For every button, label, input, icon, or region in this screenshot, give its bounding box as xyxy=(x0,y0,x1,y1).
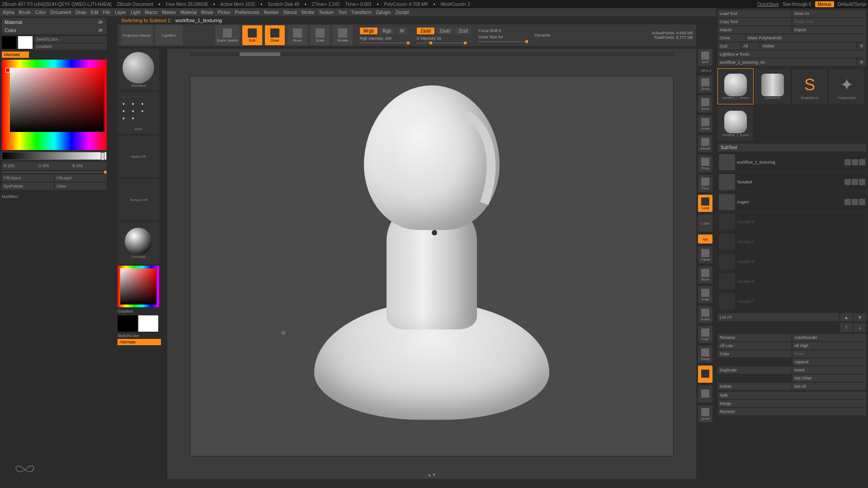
subtool-row-empty[interactable]: Unused 3 xyxy=(718,212,866,232)
nav-rotate-button[interactable]: Rotate xyxy=(698,306,712,323)
draw-size-slider[interactable] xyxy=(478,41,528,42)
bpr-button[interactable]: BPR xyxy=(698,49,712,66)
menu-movie[interactable]: Movie xyxy=(201,10,213,15)
remesh-header[interactable]: Remesh xyxy=(718,408,866,415)
nav-move-button[interactable]: Move xyxy=(698,266,712,283)
lightbox-tools-button[interactable]: Lightbox ▸ Tools xyxy=(718,51,866,58)
edit-button[interactable]: Edit xyxy=(242,25,262,45)
b-value[interactable]: B 255 xyxy=(72,164,105,168)
polyf-button[interactable]: PolyF xyxy=(698,326,712,343)
zsub-chip[interactable]: Zsub xyxy=(436,28,453,34)
eye-icon[interactable] xyxy=(859,179,865,185)
document-scrollbar[interactable] xyxy=(190,52,674,56)
floor-button[interactable]: Floor xyxy=(698,175,712,192)
menu-draw[interactable]: Draw xyxy=(75,10,86,15)
menu-render[interactable]: Render xyxy=(264,10,279,15)
quick-sketch-button[interactable]: Quick Sketch xyxy=(215,25,240,45)
move-button[interactable]: Move xyxy=(288,25,307,45)
menu-file[interactable]: File xyxy=(103,10,110,15)
del-all-button[interactable]: Del All xyxy=(793,383,866,390)
brush-icon[interactable] xyxy=(852,179,858,185)
goz-visible-button[interactable]: Visible xyxy=(760,42,856,50)
tool-thumb-cylinder[interactable]: Cylinder3D xyxy=(755,69,790,104)
nudge-up-button[interactable]: ⤒ xyxy=(840,323,853,332)
menus-button[interactable]: Menus xyxy=(815,1,834,7)
alternate-button-2[interactable]: Alternate xyxy=(118,339,161,345)
tool-thumb-polymesh[interactable]: ✦PolyMesh3D xyxy=(829,69,864,104)
r-toggle[interactable]: R xyxy=(857,59,866,66)
dynamic-label[interactable]: Dynamic xyxy=(534,33,550,38)
xpose-button[interactable]: Xpose xyxy=(698,405,712,422)
lightbox-button[interactable]: LightBox xyxy=(156,25,183,45)
eye-icon[interactable] xyxy=(844,199,851,205)
goz-button[interactable]: GoZ xyxy=(718,42,741,50)
rename-button[interactable]: Rename xyxy=(718,334,792,341)
copy-button[interactable]: Copy xyxy=(718,350,792,357)
xyz-button[interactable]: Xyz xyxy=(698,235,712,244)
menu-edit[interactable]: Edit xyxy=(91,10,99,15)
tool-thumb-simplebrush[interactable]: SSimpleBrush xyxy=(792,69,827,104)
g-value[interactable]: G 255 xyxy=(38,164,71,168)
material-slot[interactable]: Chrome2 xyxy=(118,222,159,264)
menu-macro[interactable]: Macro xyxy=(145,10,158,15)
menu-transform[interactable]: Transform xyxy=(351,10,371,15)
main-color-swatch[interactable] xyxy=(2,36,16,49)
m-chip[interactable]: M xyxy=(396,28,407,34)
eye-icon[interactable] xyxy=(844,179,851,185)
menu-material[interactable]: Material xyxy=(181,10,197,15)
sys-palette-button[interactable]: SysPalette xyxy=(2,183,54,190)
tool-thumb-workflow[interactable]: workflow_1_texturi xyxy=(718,106,753,141)
rgb-chip[interactable]: Rgb xyxy=(379,28,395,34)
rgb-intensity-slider[interactable] xyxy=(360,42,410,43)
z-intensity-slider[interactable] xyxy=(417,42,467,43)
projection-master-button[interactable]: Projection Master xyxy=(121,25,153,45)
tool-thumb-current[interactable]: workflow_1_texturi xyxy=(718,69,753,104)
lsym-button[interactable]: L.Sym xyxy=(698,215,712,232)
menu-stencil[interactable]: Stencil xyxy=(283,10,297,15)
paste-tool-button[interactable]: Paste Tool xyxy=(793,18,866,25)
draw-size-label[interactable]: Draw Size 64 xyxy=(478,35,528,39)
fill-object-button[interactable]: FillObject xyxy=(2,174,54,182)
subtool-header[interactable]: SubTool xyxy=(718,144,866,151)
material-header[interactable]: Material⟳ xyxy=(2,18,107,26)
load-tool-button[interactable]: Load Tool xyxy=(718,10,792,17)
menu-light[interactable]: Light xyxy=(131,10,141,15)
transp-button[interactable]: Transp xyxy=(698,346,712,363)
all-high-button[interactable]: All High xyxy=(793,342,866,349)
alpha-slot[interactable]: Alpha Off xyxy=(118,136,159,177)
subtool-row-empty[interactable]: Unused 7 xyxy=(718,291,866,311)
r-value[interactable]: R 255 xyxy=(4,164,36,168)
draw-button[interactable]: Draw xyxy=(265,25,285,45)
seethrough-slider[interactable]: See-through 0 xyxy=(783,2,811,7)
move-up-button[interactable]: ▲ xyxy=(840,313,853,321)
default-script[interactable]: DefaultZScript xyxy=(838,2,866,7)
list-all-button[interactable]: List All xyxy=(718,313,839,321)
brush-icon[interactable] xyxy=(852,199,858,205)
subtool-row-empty[interactable]: Unused 6 xyxy=(718,272,866,291)
hue-marker[interactable] xyxy=(5,68,10,72)
move-down-button[interactable]: ▼ xyxy=(854,313,866,321)
nudge-down-button[interactable]: ⤓ xyxy=(854,323,866,332)
alternate-button[interactable]: Alternate xyxy=(2,52,29,58)
nav-scale-button[interactable]: Scale xyxy=(698,286,712,303)
duplicate-button[interactable]: Duplicate xyxy=(718,366,792,374)
refresh-icon[interactable]: ⟳ xyxy=(99,19,104,25)
scroll-button[interactable]: Scroll xyxy=(698,75,712,93)
value-slider[interactable] xyxy=(2,152,107,160)
menu-brush[interactable]: Brush xyxy=(19,10,31,15)
insert-button[interactable]: Insert xyxy=(793,366,866,374)
copy-tool-button[interactable]: Copy Tool xyxy=(718,18,792,25)
del-other-button[interactable]: Del Other xyxy=(793,375,866,382)
subtool-row[interactable]: workflow_1_texturing xyxy=(718,152,866,172)
mrgb-chip[interactable]: Mrgb xyxy=(360,28,377,34)
goz-r-button[interactable]: R xyxy=(857,42,866,50)
zcut-chip[interactable]: Zcut xyxy=(455,28,471,34)
quicksave-button[interactable]: QuickSave xyxy=(757,2,779,7)
mini-color-picker[interactable] xyxy=(118,266,159,307)
z-intensity-label[interactable]: Z Intensity 25 xyxy=(417,36,471,41)
texture-slot[interactable]: Texture Off xyxy=(118,179,159,221)
split-header[interactable]: Split xyxy=(718,392,866,399)
zoom-button[interactable]: Zoom xyxy=(698,95,712,113)
color-panel-header[interactable]: Color⟳ xyxy=(2,26,107,34)
persp-button[interactable]: Persp xyxy=(698,155,712,172)
